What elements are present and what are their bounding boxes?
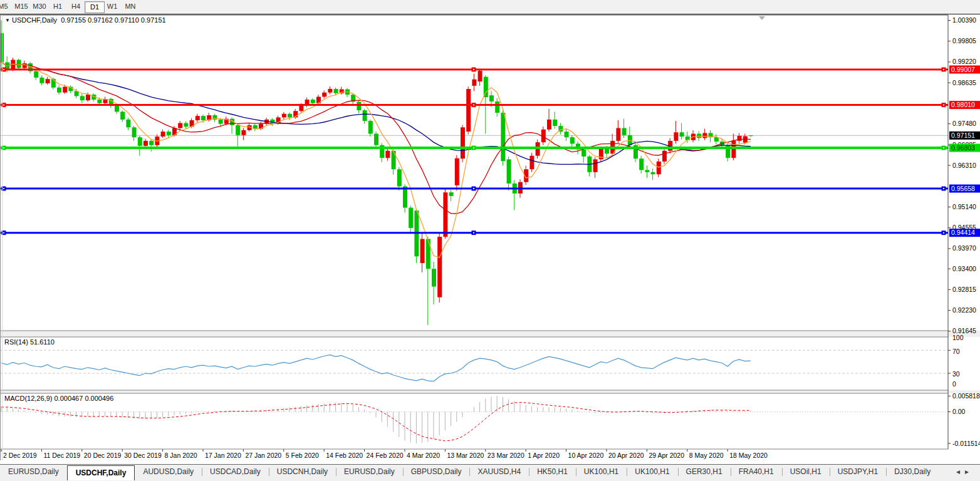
svg-text:23 Mar 2020: 23 Mar 2020 xyxy=(487,452,524,459)
chart-symbol: USDCHF,Daily xyxy=(12,16,57,24)
svg-text:0.00: 0.00 xyxy=(952,408,966,415)
svg-text:27 Jan 2020: 27 Jan 2020 xyxy=(245,452,281,459)
symbol-tab-hk50-h1[interactable]: HK50,H1 xyxy=(529,465,576,478)
svg-text:4 Mar 2020: 4 Mar 2020 xyxy=(407,452,440,459)
timeframe-button-h1[interactable]: H1 xyxy=(48,1,67,12)
timeframe-button-m15[interactable]: M15 xyxy=(12,1,31,12)
svg-text:0.98635: 0.98635 xyxy=(952,79,976,86)
symbol-tab-bar: EURUSD,DailyUSDCHF,DailyAUDUSD,DailyUSDC… xyxy=(0,464,980,481)
timeframe-button-m30[interactable]: M30 xyxy=(30,1,49,12)
svg-text:0.95140: 0.95140 xyxy=(952,203,976,210)
symbol-tab-xauusd-h4[interactable]: XAUUSD,H4 xyxy=(469,465,529,478)
svg-text:0.99007: 0.99007 xyxy=(951,66,975,73)
svg-text:0.92815: 0.92815 xyxy=(952,286,976,293)
symbol-tab-uk100-h1[interactable]: UK100,H1 xyxy=(576,465,627,478)
svg-text:0.94414: 0.94414 xyxy=(951,229,975,236)
svg-text:10 Apr 2020: 10 Apr 2020 xyxy=(568,452,604,459)
symbol-tab-eurusd-daily[interactable]: EURUSD,Daily xyxy=(336,465,403,478)
svg-text:0.93970: 0.93970 xyxy=(952,244,976,252)
trading-terminal: M5M15M30H1H4D1W1MN 1.003900.998050.99220… xyxy=(0,0,980,481)
svg-text:-0.011514: -0.011514 xyxy=(952,440,980,447)
svg-text:0.96310: 0.96310 xyxy=(952,162,976,169)
svg-text:0.99805: 0.99805 xyxy=(952,37,976,44)
symbol-tab-dj30-daily[interactable]: DJ30,Daily xyxy=(886,465,939,478)
symbol-tab-fra40-h1[interactable]: FRA40,H1 xyxy=(731,465,782,478)
svg-text:30 Dec 2019: 30 Dec 2019 xyxy=(124,452,162,459)
rsi-indicator-label: RSI(14) 51.6110 xyxy=(4,338,55,346)
symbol-tab-usdjpy-h1[interactable]: USDJPY,H1 xyxy=(830,465,886,478)
timeframe-button-d1[interactable]: D1 xyxy=(85,1,105,13)
symbol-tab-gbpusd-daily[interactable]: GBPUSD,Daily xyxy=(403,465,470,478)
svg-text:5 Feb 2020: 5 Feb 2020 xyxy=(286,452,319,459)
chart-title: ▼ USDCHF,Daily 0.97155 0.97162 0.97110 0… xyxy=(5,16,166,24)
svg-text:8 May 2020: 8 May 2020 xyxy=(689,452,724,459)
svg-text:20 Apr 2020: 20 Apr 2020 xyxy=(608,452,644,459)
svg-text:70: 70 xyxy=(952,348,960,355)
symbol-tabs: EURUSD,DailyUSDCHF,DailyAUDUSD,DailyUSDC… xyxy=(0,465,939,480)
chevron-down-icon[interactable]: ▼ xyxy=(5,18,10,23)
symbol-tab-usoil-h1[interactable]: USOil,H1 xyxy=(782,465,830,478)
symbol-tab-uk100-h1[interactable]: UK100,H1 xyxy=(627,465,677,478)
timeframe-button-h4[interactable]: H4 xyxy=(66,1,85,12)
timeframe-button-m5[interactable]: M5 xyxy=(0,1,13,12)
svg-text:1 Apr 2020: 1 Apr 2020 xyxy=(528,452,560,459)
svg-text:1.00390: 1.00390 xyxy=(952,16,976,24)
timeframe-button-w1[interactable]: W1 xyxy=(103,1,122,12)
svg-text:0.92230: 0.92230 xyxy=(952,306,976,314)
symbol-tab-audusd-daily[interactable]: AUDUSD,Daily xyxy=(135,465,202,478)
svg-text:17 Jan 2020: 17 Jan 2020 xyxy=(205,452,241,459)
symbol-tab-usdchf-daily[interactable]: USDCHF,Daily xyxy=(67,465,135,480)
symbol-tab-usdcad-daily[interactable]: USDCAD,Daily xyxy=(202,465,269,478)
svg-text:100: 100 xyxy=(952,334,964,341)
svg-text:30: 30 xyxy=(952,370,960,378)
svg-text:0.99220: 0.99220 xyxy=(952,58,976,65)
tab-scroll-right-icon: ▸ xyxy=(965,467,974,476)
svg-text:0: 0 xyxy=(952,380,956,388)
svg-text:0.98010: 0.98010 xyxy=(951,101,975,108)
svg-text:0.93400: 0.93400 xyxy=(952,265,976,272)
svg-text:0.005818: 0.005818 xyxy=(952,392,980,400)
svg-text:8 Jan 2020: 8 Jan 2020 xyxy=(165,452,197,459)
svg-text:18 May 2020: 18 May 2020 xyxy=(729,452,768,459)
svg-text:0.96803: 0.96803 xyxy=(951,144,975,152)
svg-text:24 Feb 2020: 24 Feb 2020 xyxy=(367,452,404,459)
svg-text:0.97151: 0.97151 xyxy=(951,132,975,139)
tab-scroll-left-icon: ◂ xyxy=(956,467,965,476)
svg-text:0.95658: 0.95658 xyxy=(951,185,975,192)
svg-text:20 Dec 2019: 20 Dec 2019 xyxy=(84,452,122,459)
svg-text:11 Dec 2019: 11 Dec 2019 xyxy=(43,452,80,459)
timeframe-toolbar: M5M15M30H1H4D1W1MN xyxy=(0,0,980,14)
svg-text:13 Mar 2020: 13 Mar 2020 xyxy=(447,452,484,459)
tab-scroll-arrows[interactable]: ◂▸ xyxy=(956,465,980,476)
svg-text:29 Apr 2020: 29 Apr 2020 xyxy=(649,452,684,459)
symbol-tab-ger30-h1[interactable]: GER30,H1 xyxy=(678,465,731,478)
macd-indicator-label: MACD(12,26,9) 0.000467 0.000496 xyxy=(4,395,113,402)
timeframe-button-mn[interactable]: MN xyxy=(121,1,140,12)
chart-ohlc-values: 0.97155 0.97162 0.97110 0.97151 xyxy=(61,16,165,24)
symbol-tab-usdcnh-daily[interactable]: USDCNH,Daily xyxy=(269,465,336,478)
svg-text:0.97480: 0.97480 xyxy=(952,120,976,127)
svg-text:14 Feb 2020: 14 Feb 2020 xyxy=(326,452,363,459)
svg-text:2 Dec 2019: 2 Dec 2019 xyxy=(3,452,37,459)
chart-canvas[interactable]: 1.003900.998050.992200.986350.974800.968… xyxy=(0,14,980,464)
symbol-tab-eurusd-daily[interactable]: EURUSD,Daily xyxy=(0,465,67,478)
